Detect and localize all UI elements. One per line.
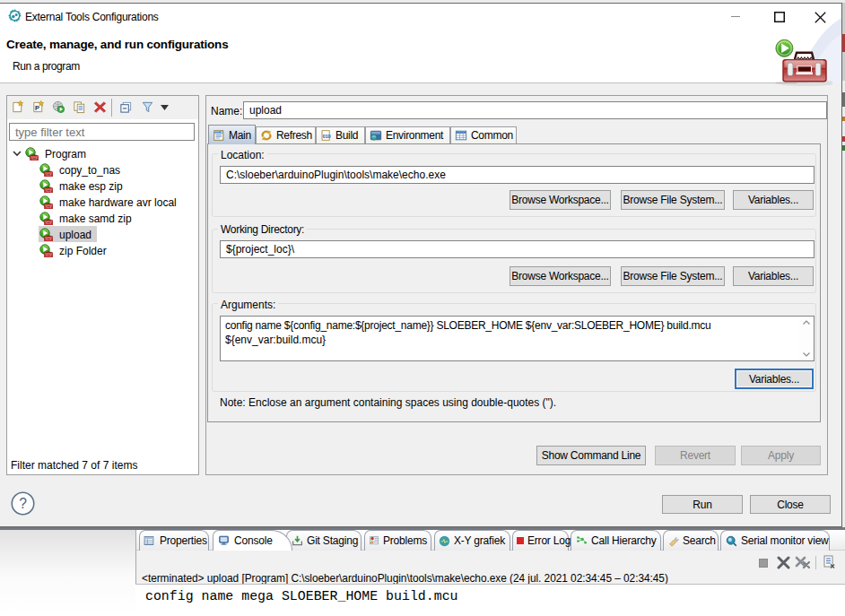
svg-text:?: ? (19, 496, 27, 511)
